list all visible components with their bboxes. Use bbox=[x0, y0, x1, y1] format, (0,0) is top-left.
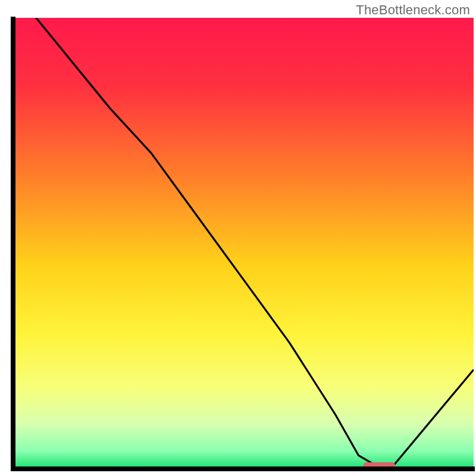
plot-background bbox=[13, 18, 474, 469]
chart-container: { "watermark": "TheBottleneck.com", "cha… bbox=[0, 0, 476, 476]
bottleneck-chart bbox=[0, 0, 476, 476]
